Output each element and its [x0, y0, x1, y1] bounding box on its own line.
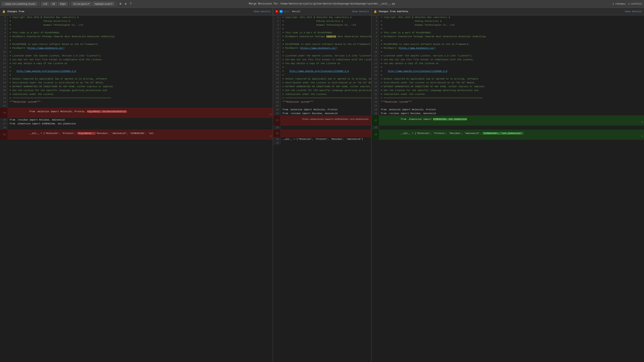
- conflict-x-btn-left-25[interactable]: ✕: [270, 113, 272, 116]
- right-show-details[interactable]: Show Details: [625, 10, 642, 13]
- middle-code-table: 1# Copyright 2021-2023 @ Shenzhen Bay La…: [273, 15, 371, 145]
- table-row: 9# MindSpore (https://www.mindspore.cn/): [273, 46, 371, 50]
- conflict-x-btn-left-29[interactable]: ✕: [270, 135, 272, 137]
- all-btn[interactable]: All: [50, 2, 57, 6]
- left-show-details[interactable]: Show Details: [254, 10, 270, 13]
- lock-icon-left: 🔒: [2, 10, 6, 13]
- table-row: 2 # Peking University &: [0, 19, 273, 23]
- table-row: 20 # See the License for the specific la…: [0, 88, 273, 92]
- table-row: 30: [273, 141, 371, 145]
- table-row: 10#: [273, 50, 371, 54]
- table-row: 17# Unless required by applicable law or…: [273, 77, 371, 81]
- left-code-table: 1 # Copyright 2021-2023 @ Shenzhen Bay L…: [0, 15, 273, 140]
- table-row: 4#: [273, 27, 371, 31]
- table-row: 28: [372, 126, 644, 130]
- table-row: 9# MindSpore (https://www.mindspore.cn/): [372, 46, 644, 50]
- table-row: 11 # Licensed under the Apache License, …: [0, 54, 273, 58]
- middle-panel-header: 5 A2 ✓1 ▾ Result Show Details: [273, 8, 371, 15]
- table-row: 13# You may obtain a copy of the License…: [273, 62, 371, 65]
- table-row: 12 # you may not use this file except in…: [0, 58, 273, 62]
- table-row: 9 # MindSpore (https://www.mindspore.cn/…: [0, 46, 273, 50]
- table-row: 10 #: [0, 50, 273, 54]
- conflict-x-btn-right-27[interactable]: ✕: [641, 121, 643, 123]
- table-row: 23"""Molecular system""": [372, 100, 644, 104]
- table-row: 17 # Unless required by applicable law o…: [0, 77, 273, 81]
- table-row: 23 """Molecular system""": [0, 100, 273, 104]
- table-row: 6# MindSpore Simulation Package tOwards …: [372, 35, 644, 38]
- table-row: 28: [273, 126, 371, 130]
- conflict-badge: 5: [275, 10, 278, 13]
- table-row: 7#: [372, 38, 644, 42]
- table-row: 27 from .dimension import DIMENSION, set…: [372, 115, 644, 126]
- right-panel-title: Changes from 0ab7841a: [379, 10, 408, 13]
- table-row: 28 ✕: [273, 130, 371, 137]
- check-mark: ✓1: [284, 10, 286, 13]
- table-row: 22# ====================================…: [273, 96, 371, 100]
- table-row: 14#: [372, 65, 644, 69]
- table-row: 19# WITHOUT WARRANTIES OR CONDITIONS OF …: [273, 85, 371, 88]
- table-row: 11# Licensed under the Apache License, V…: [273, 54, 371, 58]
- table-row: 10#: [372, 50, 644, 54]
- table-row: 24: [372, 104, 644, 108]
- dropdown-icon: ▾: [88, 2, 90, 5]
- right-code-content[interactable]: 1# Copyright 2021-2023 @ Shenzhen Bay La…: [372, 15, 644, 362]
- right-code-table: 1# Copyright 2021-2023 @ Shenzhen Bay La…: [372, 15, 644, 140]
- table-row: 1# Copyright 2021-2023 @ Shenzhen Bay La…: [273, 15, 371, 19]
- table-row: 7#: [273, 38, 371, 42]
- settings-icon[interactable]: ⚙: [124, 2, 128, 6]
- table-row: 29 __all__ = ['Molecule', 'Protein', 'Ri…: [0, 130, 273, 140]
- table-row: 13# You may obtain a copy of the License…: [372, 62, 644, 65]
- middle-panel: 5 A2 ✓1 ▾ Result Show Details 1# Copyrig…: [273, 8, 372, 362]
- ok-badge: A2: [280, 10, 283, 13]
- table-row: 14#: [273, 65, 371, 69]
- dropdown-icon-2: ▾: [111, 2, 112, 5]
- table-row: 16 #: [0, 73, 273, 77]
- middle-code-content[interactable]: 1# Copyright 2021-2023 @ Shenzhen Bay La…: [273, 15, 371, 362]
- result-label: Result: [292, 10, 300, 13]
- left-btn[interactable]: Left: [41, 2, 49, 6]
- table-row: 2# Peking University &: [372, 19, 644, 23]
- table-row: 1 # Copyright 2021-2023 @ Shenzhen Bay L…: [0, 15, 273, 19]
- help-icon[interactable]: ?: [129, 2, 133, 6]
- table-row: 7 #: [0, 38, 273, 42]
- do-not-ignore-btn[interactable]: Do not ignore ▾: [72, 2, 91, 6]
- table-row: 22 # ===================================…: [0, 96, 273, 100]
- table-row: 19 # WITHOUT WARRANTIES OR CONDITIONS OF…: [0, 85, 273, 88]
- table-row: 5# This code is a part of MindSPONGE:: [372, 31, 644, 35]
- arrow-icon: ▾: [287, 10, 289, 13]
- table-row: 8# MindSPONGE is open-source software ba…: [372, 42, 644, 46]
- table-row: 28 __all__ = ['Molecule', 'Protein', 'Re…: [372, 130, 644, 140]
- apply-non-conflicting-btn[interactable]: ↕ Apply non-conflicting chunks: [2, 2, 37, 6]
- right-panel: 🔒 Changes from 0ab7841a Show Details 1# …: [372, 8, 644, 362]
- lock-icon-right: 🔒: [374, 10, 377, 13]
- table-row: 1# Copyright 2021-2023 @ Shenzhen Bay La…: [372, 15, 644, 19]
- table-row: 23"""Molecular system""": [273, 100, 371, 104]
- highlight-words-btn[interactable]: Highlight words ▾: [93, 2, 114, 6]
- table-row: 20# See the License for the specific lan…: [273, 88, 371, 92]
- table-row: 15 # http://www.apache.org/licenses/LICE…: [0, 69, 273, 73]
- left-code-content[interactable]: 1 # Copyright 2021-2023 @ Shenzhen Bay L…: [0, 15, 273, 362]
- conflict-x-btn-right-28[interactable]: ✕: [641, 135, 643, 137]
- panels-container: 🔒 Changes from Show Details 1 # Copyrigh…: [0, 8, 644, 362]
- table-row: 18# distributed under the License is dis…: [372, 81, 644, 85]
- columns-icon[interactable]: ⊞: [118, 2, 122, 6]
- table-row: 12# you may not use this file except in …: [372, 58, 644, 62]
- middle-show-details[interactable]: Show Details: [352, 10, 369, 13]
- table-row: 8# MindSPONGE is open-source software ba…: [273, 42, 371, 46]
- table-row: 18# distributed under the License is dis…: [273, 81, 371, 85]
- table-row: 14 #: [0, 65, 273, 69]
- table-row: 26 from .residue import Residue, AminoAc…: [0, 118, 273, 122]
- table-row: 16#: [273, 73, 371, 77]
- table-row: 15# http://www.apache.org/licenses/LICEN…: [372, 69, 644, 73]
- table-row: 21# limitations under the License.: [273, 92, 371, 96]
- right-btn[interactable]: Right: [58, 2, 68, 6]
- table-row: 25 from .molecule import Molecule, Prote…: [273, 108, 371, 112]
- table-row: 4#: [372, 27, 644, 31]
- table-row: 15# http://www.apache.org/licenses/LICEN…: [273, 69, 371, 73]
- table-row: 3# Huawei Technologies Co., Ltd: [273, 23, 371, 27]
- left-panel-title: Changes from: [7, 10, 24, 13]
- table-row: 20# See the License for the specific lan…: [372, 88, 644, 92]
- table-row: 4 #: [0, 27, 273, 31]
- table-row: 16#: [372, 73, 644, 77]
- table-row: 27 from .dimension import DIMENSION, set…: [0, 122, 273, 126]
